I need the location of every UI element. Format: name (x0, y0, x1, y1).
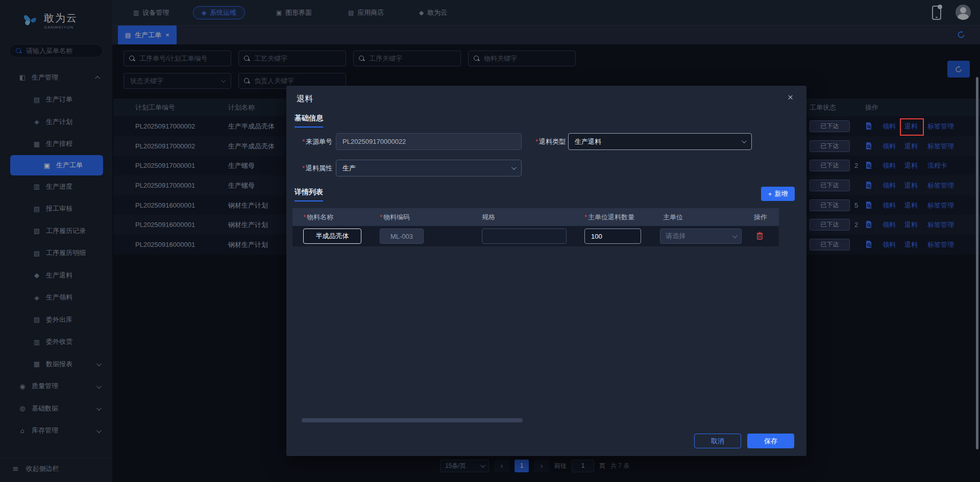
return-type-label: *退料类型 (519, 137, 566, 146)
delete-row-button[interactable] (756, 234, 764, 241)
return-attr-select[interactable]: 生产 (336, 160, 522, 176)
add-row-button[interactable]: + 新增 (761, 187, 795, 201)
col-unit-qty: *主单位退料数量 (577, 213, 653, 222)
unit-qty-input[interactable]: 100 (584, 229, 641, 244)
cancel-button[interactable]: 取消 (694, 434, 741, 448)
col-ops: 操作 (745, 213, 779, 222)
return-attr-value: 生产 (342, 164, 356, 173)
annotation-highlight-box (900, 118, 924, 136)
detail-table: *物料名称 *物料编码 规格 *主单位退料数量 主单位 操作 半成品壳体 ML-… (292, 208, 779, 246)
chevron-down-icon (511, 165, 517, 170)
close-icon[interactable]: × (788, 92, 793, 103)
save-button[interactable]: 保存 (747, 434, 794, 448)
return-type-select[interactable]: 生产退料 (568, 133, 752, 150)
horizontal-scrollbar[interactable] (302, 418, 523, 422)
source-order-label: *来源单号 (286, 137, 332, 146)
chevron-down-icon (732, 233, 738, 238)
required-marker: * (535, 138, 538, 145)
detail-row: 半成品壳体 ML-003 100 请选择 (292, 226, 779, 246)
source-order-value: PL202509170000022 (342, 138, 406, 145)
material-code-input: ML-003 (380, 229, 424, 244)
trash-icon (756, 232, 764, 240)
material-name-input[interactable]: 半成品壳体 (303, 229, 361, 244)
detail-header-row: *物料名称 *物料编码 规格 *主单位退料数量 主单位 操作 (292, 208, 779, 226)
section-basic-info: 基础信息 (295, 114, 323, 128)
col-spec: 规格 (459, 213, 577, 222)
spec-input[interactable] (482, 229, 567, 244)
unit-select[interactable]: 请选择 (660, 229, 742, 244)
return-material-dialog: 退料 × 基础信息 *来源单号 PL202509170000022 *退料类型 … (286, 86, 806, 456)
col-unit: 主单位 (653, 213, 745, 222)
section-detail-list: 详情列表 (295, 188, 323, 201)
col-material-name: *物料名称 (292, 213, 373, 222)
required-marker: * (302, 138, 305, 145)
chevron-down-icon (742, 138, 747, 143)
add-label: 新增 (774, 189, 788, 198)
return-type-value: 生产退料 (575, 137, 601, 146)
col-material-code: *物料编码 (373, 213, 459, 222)
dialog-title: 退料 (297, 94, 313, 105)
plus-icon: + (768, 190, 772, 198)
required-marker: * (302, 164, 305, 172)
return-attr-label: *退料属性 (286, 164, 332, 173)
source-order-input[interactable]: PL202509170000022 (336, 133, 522, 150)
